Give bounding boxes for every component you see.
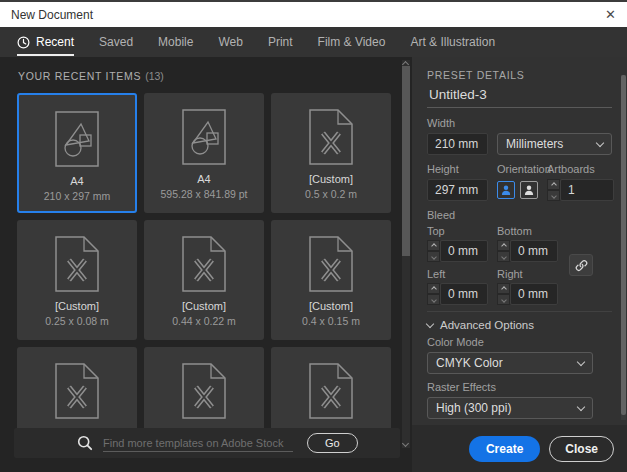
bleed-left-label: Left [427, 268, 488, 280]
go-button[interactable]: Go [307, 433, 358, 453]
tab-print[interactable]: Print [268, 27, 293, 57]
tab-label: Print [268, 35, 293, 49]
tab-mobile[interactable]: Mobile [158, 27, 193, 57]
chevron-down-icon [577, 357, 585, 365]
chevron-down-icon [431, 297, 437, 303]
bleed-bottom-input[interactable] [510, 240, 558, 262]
artboards-step-up[interactable] [547, 179, 560, 190]
close-button[interactable]: Close [549, 436, 614, 462]
color-mode-dropdown[interactable]: CMYK Color [427, 352, 593, 374]
left-scrollbar[interactable] [402, 60, 410, 448]
template-card-custom-3[interactable]: [Custom] 0.44 x 0.22 m [144, 220, 264, 340]
close-icon[interactable]: ✕ [605, 7, 616, 23]
raster-effects-dropdown[interactable]: High (300 ppi) [427, 397, 593, 419]
scrollbar-thumb[interactable] [402, 66, 410, 256]
template-card-custom-2[interactable]: [Custom] 0.25 x 0.08 m [17, 220, 137, 340]
scroll-down-icon[interactable] [402, 440, 409, 447]
tab-film-video[interactable]: Film & Video [318, 27, 386, 57]
scrollbar-thumb[interactable] [621, 75, 626, 415]
new-document-dialog: New Document ✕ Recent Saved Mobile Web P… [0, 0, 627, 472]
chevron-up-icon [551, 182, 557, 188]
template-card-a4-mm[interactable]: A4 210 x 297 mm [17, 93, 137, 213]
bleed-top-step-down[interactable] [427, 251, 440, 262]
adobe-stock-search-bar: Go [14, 428, 400, 458]
bleed-bottom-step-up[interactable] [497, 240, 510, 251]
bleed-right-step-up[interactable] [497, 283, 510, 294]
custom-document-icon [55, 236, 99, 292]
right-scrollbar[interactable] [621, 75, 626, 420]
artboards-input[interactable] [560, 179, 614, 201]
tab-label: Mobile [158, 35, 193, 49]
bleed-right-label: Right [497, 268, 558, 280]
create-button[interactable]: Create [469, 436, 540, 462]
portrait-icon [500, 184, 512, 196]
color-mode-label: Color Mode [427, 336, 612, 348]
chevron-down-icon [431, 254, 437, 260]
chevron-down-icon [577, 402, 585, 410]
height-input[interactable] [427, 179, 488, 201]
tab-web[interactable]: Web [218, 27, 242, 57]
bleed-label: Bleed [427, 209, 612, 221]
card-subtitle: 0.44 x 0.22 m [172, 315, 236, 327]
bleed-left-input[interactable] [440, 283, 488, 305]
tab-saved[interactable]: Saved [99, 27, 133, 57]
raster-effects-value: High (300 ppi) [436, 401, 511, 415]
portrait-orientation-button[interactable] [497, 181, 515, 199]
bleed-right-step-down[interactable] [497, 294, 510, 305]
bleed-top-label: Top [427, 225, 488, 237]
tab-recent[interactable]: Recent [17, 27, 74, 57]
tab-label: Web [218, 35, 242, 49]
tab-art-illustration[interactable]: Art & Illustration [410, 27, 495, 57]
card-title: A4 [197, 173, 210, 185]
custom-document-icon [55, 363, 99, 419]
bleed-left-step-down[interactable] [427, 294, 440, 305]
card-title: [Custom] [309, 173, 353, 185]
dialog-footer: Create Close [412, 425, 627, 472]
card-subtitle: 0.4 x 0.15 m [302, 315, 360, 327]
ai-document-icon [182, 109, 226, 165]
units-value: Millimeters [506, 137, 563, 151]
bleed-left-step-up[interactable] [427, 283, 440, 294]
chevron-down-icon [501, 297, 507, 303]
artboards-step-down[interactable] [547, 190, 560, 201]
document-name-field[interactable]: Untitled-3 [427, 87, 612, 108]
bleed-right-input[interactable] [510, 283, 558, 305]
template-card-custom-4[interactable]: [Custom] 0.4 x 0.15 m [271, 220, 391, 340]
preset-details-title: PRESET DETAILS [427, 69, 612, 81]
window-title: New Document [11, 8, 93, 22]
custom-document-icon [309, 363, 353, 419]
custom-document-icon [309, 109, 353, 165]
chevron-up-icon [431, 243, 437, 249]
advanced-options-label: Advanced Options [440, 319, 534, 331]
search-icon [77, 435, 93, 451]
width-input[interactable] [427, 133, 488, 155]
tab-label: Recent [36, 35, 74, 49]
bleed-bottom-step-down[interactable] [497, 251, 510, 262]
orientation-label: Orientation [497, 163, 538, 175]
bleed-top-step-up[interactable] [427, 240, 440, 251]
bleed-top-input[interactable] [440, 240, 488, 262]
card-title: [Custom] [55, 300, 99, 312]
units-dropdown[interactable]: Millimeters [497, 133, 612, 155]
chevron-down-icon [426, 319, 434, 327]
landscape-orientation-button[interactable] [520, 181, 538, 199]
stock-search-input[interactable] [103, 434, 293, 452]
template-card-a4-pt[interactable]: A4 595.28 x 841.89 pt [144, 93, 264, 213]
advanced-options-toggle[interactable]: Advanced Options [427, 311, 612, 331]
bleed-link-button[interactable] [569, 254, 593, 276]
chevron-down-icon [596, 138, 604, 146]
tab-bar: Recent Saved Mobile Web Print Film & Vid… [0, 27, 627, 57]
tab-label: Saved [99, 35, 133, 49]
template-card-custom-1[interactable]: [Custom] 0.5 x 0.2 m [271, 93, 391, 213]
tab-label: Art & Illustration [410, 35, 495, 49]
custom-document-icon [182, 363, 226, 419]
link-icon [575, 259, 588, 272]
recent-items-count: (13) [145, 70, 164, 82]
landscape-icon [523, 184, 535, 196]
custom-document-icon [309, 236, 353, 292]
preset-details-panel: PRESET DETAILS Untitled-3 Width Millimet… [412, 57, 627, 472]
recent-items-panel: YOUR RECENT ITEMS(13) A4 210 x 297 mm [0, 57, 412, 472]
card-subtitle: 595.28 x 841.89 pt [161, 188, 248, 200]
chevron-up-icon [431, 286, 437, 292]
clock-icon [17, 36, 30, 49]
